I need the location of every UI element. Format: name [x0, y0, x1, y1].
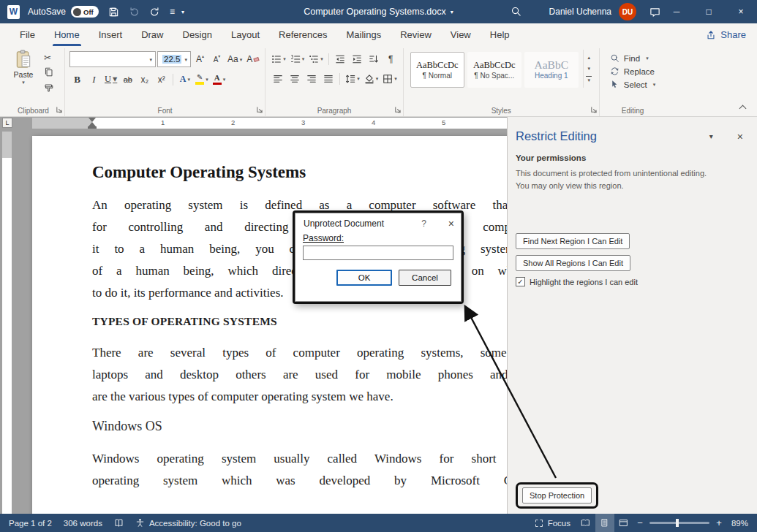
decrease-indent-button[interactable]	[333, 51, 348, 66]
left-indent-marker[interactable]	[88, 126, 97, 129]
find-button[interactable]: Find ▾	[610, 53, 655, 63]
align-left-button[interactable]	[270, 71, 285, 86]
focus-button[interactable]: Focus	[529, 514, 576, 532]
tab-design[interactable]: Design	[173, 23, 222, 46]
word-logo-icon[interactable]: W	[7, 5, 20, 19]
word-count[interactable]: 306 words	[58, 514, 108, 532]
zoom-level[interactable]: 89%	[726, 514, 754, 532]
tab-mailings[interactable]: Mailings	[337, 23, 391, 46]
styles-scroll-down-icon[interactable]: ▾	[584, 63, 595, 74]
align-center-button[interactable]	[287, 71, 302, 86]
quick-access-menu-icon[interactable]: ≡	[170, 7, 175, 17]
show-formatting-marks-button[interactable]: ¶	[383, 51, 399, 66]
sort-button[interactable]	[366, 51, 382, 66]
share-button[interactable]: Share	[706, 23, 746, 46]
font-color-button[interactable]: A▾	[211, 72, 227, 87]
show-all-regions-button[interactable]: Show All Regions I Can Edit	[516, 255, 630, 271]
close-button[interactable]: ×	[725, 0, 757, 23]
tab-home[interactable]: Home	[45, 23, 89, 46]
shading-button[interactable]: ▾	[363, 71, 380, 86]
select-button[interactable]: Select ▾	[610, 80, 655, 89]
grow-font-button[interactable]: A▴	[192, 52, 208, 67]
bold-button[interactable]: B	[69, 72, 85, 87]
numbering-button[interactable]: ▾	[289, 51, 306, 66]
increase-indent-button[interactable]	[350, 51, 365, 66]
style-no-spacing[interactable]: AaBbCcDc ¶ No Spac...	[467, 52, 521, 88]
web-layout-button[interactable]	[614, 514, 633, 532]
redo-icon[interactable]	[149, 7, 160, 18]
tab-draw[interactable]: Draw	[132, 23, 173, 46]
clipboard-dialog-launcher-icon[interactable]	[56, 107, 62, 113]
style-normal[interactable]: AaBbCcDc ¶ Normal	[410, 52, 464, 88]
password-input[interactable]	[303, 246, 453, 260]
paste-button[interactable]: Paste ▾	[7, 50, 40, 95]
font-dialog-launcher-icon[interactable]	[256, 107, 263, 113]
panel-close-icon[interactable]: ×	[737, 131, 743, 142]
italic-button[interactable]: I	[86, 72, 102, 87]
highlight-regions-checkbox[interactable]: ✓ Highlight the regions I can edit	[516, 277, 746, 286]
align-right-button[interactable]	[304, 71, 319, 86]
print-layout-button[interactable]	[595, 514, 614, 532]
font-size-combo[interactable]: 22.5 ▾	[157, 51, 191, 67]
cancel-button[interactable]: Cancel	[399, 270, 451, 286]
tab-view[interactable]: View	[441, 23, 481, 46]
underline-button[interactable]: U▾	[103, 72, 118, 87]
strikethrough-button[interactable]: ab	[120, 72, 135, 87]
tab-stop-selector[interactable]: L	[2, 118, 12, 128]
zoom-out-button[interactable]: −	[633, 517, 647, 528]
minimize-button[interactable]: ─	[660, 0, 693, 23]
find-next-region-button[interactable]: Find Next Region I Can Edit	[516, 233, 630, 249]
borders-button[interactable]: ▾	[381, 71, 399, 86]
shrink-font-button[interactable]: A▾	[209, 52, 225, 67]
tab-layout[interactable]: Layout	[222, 23, 269, 46]
comments-icon[interactable]	[649, 7, 660, 18]
tab-help[interactable]: Help	[481, 23, 519, 46]
zoom-in-button[interactable]: +	[712, 517, 726, 528]
zoom-slider-thumb[interactable]	[676, 519, 679, 527]
document-title-group[interactable]: Computer Operating Systems.docx ▾	[304, 7, 453, 17]
zoom-slider[interactable]	[649, 522, 709, 524]
replace-button[interactable]: Replace	[610, 66, 655, 76]
font-name-combo[interactable]: ▾	[69, 51, 156, 67]
text-effects-button[interactable]: A▾	[177, 72, 192, 87]
clear-formatting-button[interactable]: A	[245, 52, 260, 67]
tab-references[interactable]: References	[269, 23, 336, 46]
quick-access-chevron-icon[interactable]: ▾	[181, 9, 184, 15]
superscript-button[interactable]: x²	[154, 72, 169, 87]
line-spacing-button[interactable]: ▾	[344, 71, 361, 86]
user-name[interactable]: Daniel Uchenna	[549, 7, 611, 17]
tab-file[interactable]: File	[10, 23, 45, 46]
styles-scroll-up-icon[interactable]: ▴	[584, 52, 595, 63]
tab-review[interactable]: Review	[391, 23, 441, 46]
maximize-button[interactable]: □	[693, 0, 725, 23]
collapse-ribbon-button[interactable]	[734, 103, 750, 114]
autosave-toggle[interactable]: Off	[71, 6, 99, 18]
dialog-help-button[interactable]: ?	[421, 218, 426, 229]
save-icon[interactable]	[108, 7, 119, 18]
page-indicator[interactable]: Page 1 of 2	[3, 514, 58, 532]
justify-button[interactable]	[320, 71, 336, 86]
dialog-close-button[interactable]: ×	[448, 218, 454, 229]
ok-button[interactable]: OK	[336, 270, 392, 286]
subscript-button[interactable]: x₂	[137, 72, 152, 87]
stop-protection-button[interactable]: Stop Protection	[522, 487, 592, 503]
accessibility-status[interactable]: Accessibility: Good to go	[129, 514, 247, 532]
change-case-button[interactable]: Aa▾	[226, 52, 244, 67]
tab-insert[interactable]: Insert	[89, 23, 132, 46]
styles-dialog-launcher-icon[interactable]	[590, 107, 597, 113]
search-icon[interactable]	[511, 6, 521, 19]
read-mode-button[interactable]	[576, 514, 595, 532]
format-painter-button[interactable]	[44, 83, 53, 95]
vertical-ruler[interactable]	[2, 132, 12, 514]
panel-options-icon[interactable]: ▾	[709, 132, 713, 140]
bullets-button[interactable]: ▾	[270, 51, 287, 66]
styles-gallery-expand-icon[interactable]: ▾	[584, 74, 595, 85]
proofing-icon[interactable]	[108, 514, 129, 532]
highlight-button[interactable]: ✎▾	[194, 72, 210, 87]
cut-button[interactable]: ✂	[44, 53, 53, 63]
paragraph-dialog-launcher-icon[interactable]	[394, 107, 401, 113]
copy-button[interactable]	[44, 67, 53, 79]
avatar[interactable]: DU	[619, 3, 636, 20]
multilevel-list-button[interactable]: ▾	[307, 51, 325, 66]
style-heading1[interactable]: AaBbC Heading 1	[524, 52, 579, 88]
